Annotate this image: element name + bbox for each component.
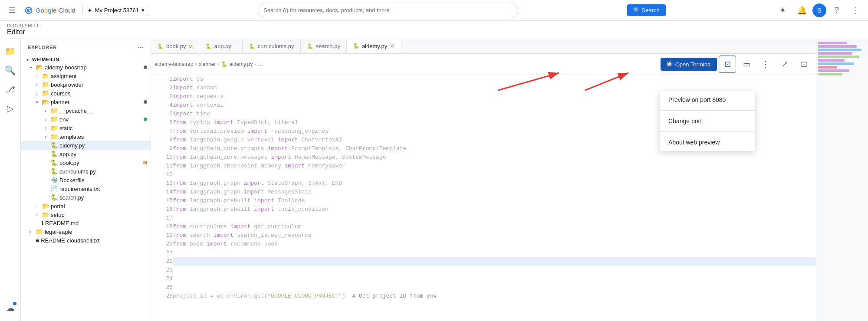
mini-preview-content <box>816 39 868 78</box>
tab-search-py[interactable]: 🐍 search.py <box>301 39 347 53</box>
preview-port-item[interactable]: Preview on port 8080 <box>660 91 755 108</box>
sidebar-item-static[interactable]: › 📁 static <box>21 124 151 132</box>
editor-toolbar: aidemy-boostrap › planner › 🐍 aidemy.py … <box>151 54 816 75</box>
line-code[interactable]: import os <box>173 75 816 84</box>
code-line-21: 21 <box>151 249 816 257</box>
web-preview-icon[interactable]: ⊡ <box>719 56 736 73</box>
gemini-icon[interactable]: ✦ <box>774 2 792 19</box>
line-code[interactable] <box>173 249 816 257</box>
search-icon: 🔍 <box>633 7 640 13</box>
python-icon: 🐍 <box>249 43 255 49</box>
line-code[interactable] <box>173 214 816 223</box>
search-button[interactable]: 🔍 Search <box>627 4 666 16</box>
activity-explorer[interactable]: 📁 <box>2 43 19 60</box>
tab-close-button[interactable]: ✕ <box>390 43 395 49</box>
line-code[interactable]: from book import recommend_book <box>173 240 816 249</box>
tab-book-py[interactable]: 🐍 book.py M <box>151 39 199 53</box>
about-web-preview-item[interactable]: About web preview <box>660 134 755 151</box>
line-code[interactable] <box>173 275 816 283</box>
sidebar-item-env[interactable]: › 📁 env <box>21 115 151 124</box>
activity-search[interactable]: 🔍 <box>2 62 19 79</box>
tab-aidemy-py[interactable]: 🐍 aidemy.py ✕ <box>347 39 401 54</box>
breadcrumb-sep: › <box>217 61 219 67</box>
notifications-icon[interactable]: 🔔 <box>793 2 811 19</box>
menu-icon[interactable]: ☰ <box>3 2 21 19</box>
mini-code-preview-line <box>818 69 849 72</box>
help-icon[interactable]: ? <box>828 2 845 19</box>
line-code[interactable]: from langchain_core.messages import Huma… <box>173 153 816 162</box>
sidebar-item-setup[interactable]: › 📁 setup <box>21 210 151 219</box>
activity-bar: 📁 🔍 ⎇ ▷ ☁ ⚙ <box>0 39 21 321</box>
sidebar-item-dockerfile[interactable]: 🐳 Dockerfile <box>21 176 151 184</box>
line-code[interactable] <box>173 283 816 292</box>
sidebar-item-app-py[interactable]: 🐍 app.py <box>21 150 151 158</box>
line-code[interactable]: from langgraph.graph import StateGraph, … <box>173 179 816 188</box>
expand-btn[interactable]: ⤢ <box>776 56 793 73</box>
sidebar-item-aidemy-py[interactable]: 🐍 aidemy.py <box>21 141 151 150</box>
line-code[interactable] <box>173 266 816 275</box>
line-number: 24 <box>151 275 173 283</box>
breadcrumb-ellipsis: … <box>258 61 263 67</box>
sidebar-item-assigment[interactable]: › 📁 assigment <box>21 72 151 80</box>
mini-code-preview-line <box>818 59 845 62</box>
python-icon: 🐍 <box>157 43 164 49</box>
sidebar-item-search-py[interactable]: 🐍 search.py <box>21 193 151 202</box>
code-line-26: 26project_id = os.environ.get("GOOGLE_CL… <box>151 292 816 301</box>
sidebar-item-planner[interactable]: ▾ 📂 planner <box>21 98 151 106</box>
google-cloud-text: Google Cloud <box>36 7 76 14</box>
maximize-btn[interactable]: ⊡ <box>795 56 812 73</box>
sidebar-item-portal[interactable]: › 📁 portal <box>21 202 151 210</box>
code-token: import <box>173 85 193 91</box>
activity-cloud[interactable]: ☁ <box>2 299 19 317</box>
code-line-15: 15from langgraph.prebuilt import ToolNod… <box>151 197 816 205</box>
open-terminal-button[interactable]: 🖥 Open Terminal <box>661 58 717 71</box>
activity-run[interactable]: ▷ <box>2 100 19 117</box>
code-token: reasoning_engines <box>267 128 328 134</box>
code-token: from <box>173 154 186 160</box>
tab-label: search.py <box>316 43 340 49</box>
tab-app-py[interactable]: 🐍 app.py <box>199 39 243 53</box>
line-code[interactable]: from langgraph.checkpoint.memory import … <box>173 162 816 170</box>
more-options-btn[interactable]: ⋮ <box>757 56 774 73</box>
sidebar-item-pycache[interactable]: › 📁 __pycache__ <box>21 106 151 115</box>
line-code[interactable]: from curriculums import get_curriculum <box>173 223 816 231</box>
line-code[interactable]: project_id = os.environ.get("GOOGLE_CLOU… <box>173 292 816 301</box>
modified-dot <box>144 100 147 104</box>
line-code[interactable] <box>173 257 816 266</box>
activity-settings[interactable]: ⚙ <box>2 318 19 321</box>
sidebar-item-curriculums-py[interactable]: 🐍 curriculums.py <box>21 167 151 176</box>
sidebar-item-bookprovider[interactable]: › 📁 bookprovider <box>21 80 151 89</box>
project-selector[interactable]: ✦ My Project 58761 ▾ <box>82 5 149 16</box>
tab-curriculums-py[interactable]: 🐍 curriculums.py <box>243 39 301 53</box>
sidebar-item-legal-eagle[interactable]: › 📁 legal-eagle <box>21 227 151 236</box>
tab-label: aidemy.py <box>362 43 387 49</box>
code-line-24: 24 <box>151 275 816 283</box>
code-token: import <box>173 111 193 117</box>
sidebar-item-courses[interactable]: › 📁 courses <box>21 89 151 98</box>
code-token: langgraph.graph <box>186 189 244 195</box>
terminal-icon-btn[interactable]: ▭ <box>738 56 755 73</box>
sidebar-more-button[interactable]: ··· <box>137 43 144 52</box>
sidebar-item-readme-cloudshell[interactable]: ≡ README-cloudshell.txt <box>21 236 151 245</box>
sidebar-item-book-py[interactable]: 🐍 book.py M <box>21 158 151 167</box>
change-port-item[interactable]: Change port <box>660 112 755 130</box>
global-search-bar[interactable] <box>258 3 518 18</box>
shell-title: Editor <box>7 28 861 39</box>
line-code[interactable] <box>173 170 816 179</box>
activity-git[interactable]: ⎇ <box>2 81 19 98</box>
chevron-right-icon: › <box>28 229 34 234</box>
sidebar-item-readme-md[interactable]: ℹ README.md <box>21 219 151 227</box>
code-token: import <box>284 163 305 169</box>
sidebar-item-aidemy-boostrap[interactable]: ▾ 📂 aidemy-boostrap <box>21 63 151 72</box>
code-token: import <box>173 76 193 82</box>
tree-root-weimeilin[interactable]: ▾ WEIMEILIN <box>21 56 151 63</box>
line-code[interactable]: from langgraph.graph import MessagesStat… <box>173 188 816 197</box>
avatar[interactable]: S <box>812 3 826 17</box>
line-code[interactable]: from langgraph.prebuilt import tools_con… <box>173 205 816 214</box>
sidebar-item-templates[interactable]: › 📁 templates <box>21 132 151 141</box>
line-code[interactable]: from search import search_latest_resourc… <box>173 231 816 240</box>
sidebar-item-requirements-txt[interactable]: 📄 requirements.txt <box>21 184 151 193</box>
search-input[interactable] <box>263 7 513 13</box>
more-options-icon[interactable]: ⋮ <box>847 2 865 19</box>
line-code[interactable]: from langgraph.prebuilt import ToolNode <box>173 197 816 205</box>
